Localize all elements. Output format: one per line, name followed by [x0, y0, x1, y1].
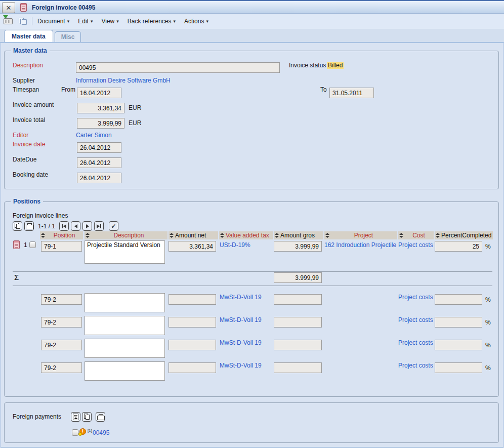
sort-icon[interactable] [399, 233, 403, 238]
cost-link[interactable]: Project costs [398, 241, 433, 249]
chevron-down-icon: ▾ [116, 19, 119, 24]
print-payment-button[interactable] [96, 412, 105, 422]
amount-net-input[interactable] [169, 241, 216, 252]
copy-row-button[interactable] [13, 221, 22, 231]
amount-net-input[interactable] [169, 294, 216, 305]
value-added-tax-link[interactable]: MwSt-D-Voll 19 [220, 316, 262, 323]
amount-gros-input[interactable] [274, 340, 322, 350]
sum-row-divider [13, 286, 492, 286]
show-list-button[interactable] [71, 412, 80, 422]
menu-back-references-label: Back references [128, 18, 172, 25]
pager-range: 1-1 / 1 [38, 223, 55, 230]
booking-date-input[interactable] [77, 173, 121, 183]
position-input[interactable] [41, 340, 82, 350]
next-page-button[interactable] [82, 221, 92, 231]
editor-link[interactable]: Carter Simon [76, 132, 112, 139]
menu-document[interactable]: Document ▾ [37, 18, 69, 25]
amount-gros-input[interactable] [274, 241, 322, 252]
percent-completed-input[interactable] [435, 340, 482, 350]
description-textarea[interactable] [85, 316, 165, 335]
amount-gros-input[interactable] [274, 317, 322, 328]
percent-completed-input[interactable] [435, 317, 482, 328]
percent-completed-input[interactable] [435, 294, 482, 305]
percent-completed-input[interactable] [435, 241, 482, 252]
tab-misc[interactable]: Misc [55, 31, 81, 42]
value-added-tax-link[interactable]: USt-D-19% [220, 241, 250, 249]
previous-page-button[interactable] [71, 221, 80, 231]
amount-gros-input[interactable] [274, 362, 322, 373]
sort-icon[interactable] [325, 233, 329, 238]
percent-unit: % [485, 243, 491, 250]
copy-payment-button[interactable] [82, 412, 92, 422]
value-added-tax-link[interactable]: MwSt-D-Voll 19 [220, 294, 262, 301]
column-header-percent-completed[interactable]: PercentCompleted [435, 231, 493, 239]
column-header-cost[interactable]: Cost [398, 231, 434, 239]
value-added-tax-link[interactable]: MwSt-D-Voll 19 [220, 339, 262, 346]
amount-net-input[interactable] [169, 340, 216, 350]
supplier-link[interactable]: Information Desire Software GmbH [76, 77, 171, 84]
payment-checkbox[interactable] [72, 429, 78, 436]
menu-view[interactable]: View ▾ [101, 18, 118, 25]
sort-icon[interactable] [41, 233, 45, 238]
payment-link[interactable]: 00495 [93, 429, 109, 436]
from-date-input[interactable] [77, 88, 121, 98]
position-row-empty: MwSt-D-Voll 19 Project costs % [5, 361, 499, 384]
amount-gros-input[interactable] [274, 294, 322, 305]
chevron-down-icon: ▾ [91, 19, 93, 24]
chevron-down-icon: ▾ [67, 19, 70, 24]
position-input[interactable] [41, 294, 82, 305]
confirm-selection-button[interactable]: ✓ [109, 221, 118, 231]
value-added-tax-link[interactable]: MwSt-D-Voll 19 [220, 362, 262, 369]
list-icon [73, 414, 78, 420]
description-textarea[interactable]: Projectile Standard Version [85, 240, 165, 264]
position-input[interactable] [41, 317, 82, 328]
sort-icon[interactable] [436, 233, 440, 238]
description-input[interactable] [76, 62, 280, 73]
amount-net-input[interactable] [169, 317, 216, 328]
column-header-project[interactable]: Project [324, 231, 397, 239]
print-button[interactable] [24, 221, 34, 231]
menu-back-references[interactable]: Back references ▾ [128, 18, 176, 25]
first-page-button[interactable] [59, 221, 69, 231]
position-input[interactable] [41, 241, 82, 252]
description-textarea[interactable] [85, 293, 165, 312]
menubar: Document ▾ Edit ▾ View ▾ Back references… [37, 18, 208, 25]
sort-icon[interactable] [86, 233, 90, 238]
invoice-date-input[interactable] [77, 142, 121, 153]
to-label: To [320, 86, 327, 93]
date-due-input[interactable] [77, 157, 121, 168]
sort-icon[interactable] [220, 233, 224, 238]
description-textarea[interactable] [85, 361, 165, 381]
toolbar-separator [32, 17, 32, 25]
keyboard-input-icon[interactable] [4, 18, 13, 24]
invoice-amount-input[interactable] [77, 103, 124, 113]
first-page-icon [62, 224, 66, 228]
cost-link[interactable]: Project costs [398, 316, 433, 323]
column-header-value-added-tax[interactable]: Value added tax [219, 231, 273, 239]
close-button[interactable]: ✕ [2, 2, 15, 13]
row-checkbox[interactable] [29, 241, 36, 248]
menu-edit[interactable]: Edit ▾ [78, 18, 93, 25]
tab-master-data[interactable]: Master data [4, 30, 53, 42]
column-header-amount-gros[interactable]: Amount gros [274, 231, 323, 239]
cost-link[interactable]: Project costs [398, 362, 433, 369]
column-header-amount-net[interactable]: Amount net [169, 231, 218, 239]
invoice-total-input[interactable] [77, 118, 124, 129]
sort-icon[interactable] [275, 233, 279, 238]
column-header-position[interactable]: Position [40, 231, 83, 239]
description-textarea[interactable] [85, 339, 165, 358]
copy-pages-icon[interactable] [19, 18, 26, 25]
percent-completed-input[interactable] [435, 362, 482, 373]
to-date-input[interactable] [329, 88, 374, 98]
last-page-button[interactable] [94, 221, 104, 231]
check-icon: ✓ [111, 223, 116, 230]
menu-actions[interactable]: Actions ▾ [184, 18, 208, 25]
position-input[interactable] [41, 362, 82, 373]
sort-icon[interactable] [170, 233, 174, 238]
cost-link[interactable]: Project costs [398, 339, 433, 346]
cost-link[interactable]: Project costs [398, 294, 433, 301]
project-link[interactable]: 162 Indroduction Projectile [324, 241, 396, 249]
amount-net-input[interactable] [169, 362, 216, 373]
positions-section: Positions Foreign invoice lines 1-1 / 1 … [4, 201, 499, 397]
column-header-description[interactable]: Description [85, 231, 167, 239]
